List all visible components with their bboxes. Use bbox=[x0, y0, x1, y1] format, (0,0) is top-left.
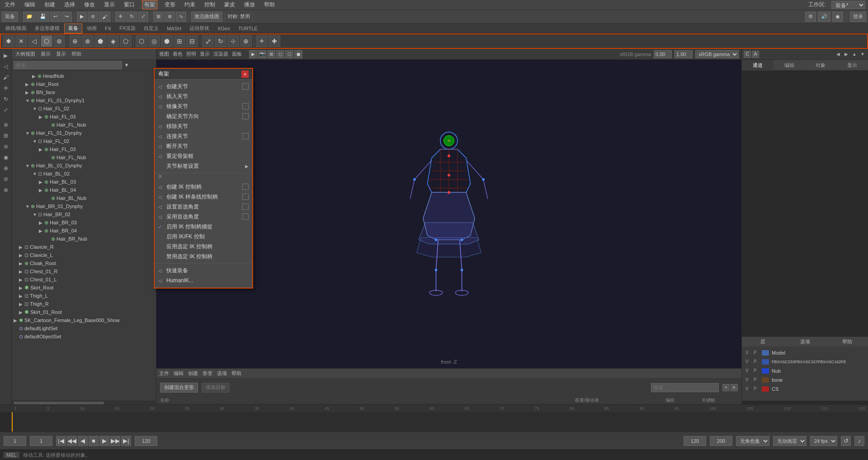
outliner-hscroll[interactable] bbox=[12, 401, 156, 404]
menu-edit[interactable]: 编辑 bbox=[23, 0, 37, 9]
layer-v-bone[interactable]: V bbox=[745, 377, 751, 383]
tool-locator[interactable]: ⊞ bbox=[174, 35, 185, 47]
tree-item-lightset[interactable]: ⊙ defaultLightSet bbox=[12, 324, 156, 332]
current-frame-input[interactable] bbox=[4, 436, 26, 446]
toolbar-save[interactable]: 💾 bbox=[37, 12, 49, 22]
layer-p-nub[interactable]: P bbox=[754, 368, 759, 374]
tree-item-hairfl01[interactable]: ▼ ⊕ Hair_FL_01_Dynphy1 bbox=[12, 96, 156, 104]
tree-item-hairbr04[interactable]: ▶ ⊕ Hair_BR_04 bbox=[12, 227, 156, 235]
menu-select[interactable]: 选择 bbox=[62, 0, 77, 9]
deform-icon1[interactable]: + bbox=[722, 384, 730, 391]
timeline-inner[interactable] bbox=[12, 412, 868, 432]
tree-item-hairfl03a[interactable]: ▶ ⊕ Hair_FL_03 bbox=[12, 113, 156, 121]
layer-v-cs[interactable]: V bbox=[745, 386, 751, 392]
tree-item-skmesh[interactable]: ▶ ✱ SK_Cartoon_Female_Leg_Base000_Show bbox=[12, 316, 156, 324]
rp-tab-layer[interactable]: 层 bbox=[742, 338, 784, 345]
rp-icon-next[interactable]: ▶ bbox=[843, 51, 850, 58]
toolbar-snap-point[interactable]: ⊛ bbox=[165, 12, 175, 22]
vert-lasso[interactable]: ◁ bbox=[1, 62, 11, 71]
vp-icon-wire[interactable]: ⬡ bbox=[285, 50, 293, 58]
play-stop[interactable]: ■ bbox=[89, 436, 99, 446]
vert-grid[interactable]: ⊞ bbox=[1, 131, 11, 141]
vert-scale[interactable]: ⤢ bbox=[1, 105, 11, 115]
tool-joint[interactable]: ⊕ bbox=[69, 35, 81, 47]
vp-panels[interactable]: 面板 bbox=[232, 51, 242, 57]
tool-nurbs[interactable]: ⬡ bbox=[136, 35, 147, 47]
outliner-help[interactable]: 帮助 bbox=[71, 51, 81, 57]
deform-options[interactable]: 选项 bbox=[217, 370, 227, 377]
menu-playback[interactable]: 播放 bbox=[242, 0, 257, 9]
tree-item-chest01l[interactable]: ▶ ⊡ Chest_01_L bbox=[12, 275, 156, 284]
vert-select[interactable]: ▶ bbox=[1, 51, 11, 61]
tool-skin[interactable]: ⬟ bbox=[94, 35, 106, 47]
menu-window[interactable]: 窗口 bbox=[122, 0, 137, 9]
tree-item-skirtroot[interactable]: ▶ ✱ Skirt_Root bbox=[12, 284, 156, 292]
vp-icon-solid[interactable]: ◼ bbox=[294, 50, 302, 58]
play-back[interactable]: ◀ bbox=[78, 436, 88, 446]
deform-icon2[interactable]: ≡ bbox=[731, 384, 738, 391]
vert-special[interactable]: ⊗ bbox=[1, 185, 11, 195]
tree-item-chest01r[interactable]: ▶ ⊡ Chest_01_R bbox=[12, 267, 156, 275]
tab-poly[interactable]: 多边形建模 bbox=[31, 24, 63, 33]
nurbs-curves-button[interactable]: 激活曲线图 bbox=[191, 12, 222, 22]
layer-item-cs[interactable]: V P CS bbox=[744, 384, 866, 394]
tree-item-hairfl01b[interactable]: ▼ ⊕ Hair_FL_01_Dynphy bbox=[12, 129, 156, 137]
layer-p-cs[interactable]: P bbox=[754, 386, 759, 392]
rp-icon-prev[interactable]: ◀ bbox=[835, 51, 842, 58]
tree-item-objectset[interactable]: ⊙ defaultObjectSet bbox=[12, 332, 156, 341]
tab-fx[interactable]: FX bbox=[101, 24, 115, 33]
vert-move[interactable]: ✛ bbox=[1, 83, 11, 93]
menu-skin[interactable]: 蒙皮 bbox=[222, 0, 237, 9]
tab-turtle[interactable]: TURTLE bbox=[235, 24, 261, 33]
vp-lighting[interactable]: 照明 bbox=[186, 51, 196, 57]
toolbar-select[interactable]: ▶ bbox=[77, 12, 87, 22]
menu-create[interactable]: 创建 bbox=[42, 0, 57, 9]
vp-show[interactable]: 显示 bbox=[200, 51, 210, 57]
tool-ik[interactable]: ⊗ bbox=[82, 35, 94, 47]
rp-tab-object[interactable]: 对象 bbox=[805, 60, 837, 71]
tree-item-thighl[interactable]: ▶ ⊡ Thigh_L bbox=[12, 292, 156, 300]
deform-file[interactable]: 文件 bbox=[159, 370, 169, 377]
timeline-track[interactable] bbox=[0, 412, 868, 432]
rp-tab-help[interactable]: 帮助 bbox=[826, 338, 868, 345]
tab-motion[interactable]: 运动形状 bbox=[186, 24, 213, 33]
toolbar-redo[interactable]: ↪ bbox=[61, 12, 72, 22]
rp-tab-display[interactable]: 显示 bbox=[836, 60, 868, 71]
layer-item-bone[interactable]: V P bone bbox=[744, 375, 866, 384]
deform-edit[interactable]: 编辑 bbox=[174, 370, 184, 377]
rp-icon-up[interactable]: ▲ bbox=[851, 51, 858, 58]
vert-color[interactable]: ◉ bbox=[1, 152, 11, 162]
tree-item-hairfl03b[interactable]: ▶ ⊕ Hair_FL_03 bbox=[12, 145, 156, 153]
vp-view[interactable]: 视图 bbox=[159, 51, 169, 57]
tree-item-hairflnubb[interactable]: ⊕ Hair_FL_Nub bbox=[12, 153, 156, 161]
vp-shading[interactable]: 着色 bbox=[173, 51, 183, 57]
tree-item-hairbl02[interactable]: ▼ ⊡ Hair_BL_02 bbox=[12, 170, 156, 178]
vp-renderer[interactable]: 渲染器 bbox=[213, 51, 228, 57]
layer-v-nub[interactable]: V bbox=[745, 368, 751, 374]
range-start-input[interactable] bbox=[30, 436, 52, 446]
toolbar-open[interactable]: 📁 bbox=[23, 12, 36, 22]
tree-item-bnface[interactable]: ▶ ⊕ BN_face bbox=[12, 88, 156, 96]
tab-xgen[interactable]: XGen bbox=[214, 24, 234, 33]
tree-item-hairroot[interactable]: ▶ ⊕ Hair_Root bbox=[12, 80, 156, 88]
tool-move[interactable]: ⤢ bbox=[202, 35, 214, 47]
tree-item-thighr[interactable]: ▶ ⊡ Thigh_R bbox=[12, 300, 156, 308]
vert-paint[interactable]: 🖌 bbox=[1, 72, 11, 82]
menu-display[interactable]: 显示 bbox=[102, 0, 117, 9]
add-target-btn[interactable]: 添加目标 bbox=[202, 383, 230, 393]
vp-zoom-input[interactable] bbox=[675, 50, 693, 58]
layer-item-nub[interactable]: V P Nub bbox=[744, 366, 866, 375]
vp-icon-poly[interactable]: ◻ bbox=[276, 50, 284, 58]
layer-v-model[interactable]: V bbox=[745, 350, 751, 356]
tool-select2[interactable]: ✕ bbox=[15, 35, 27, 47]
tab-mash[interactable]: MASH bbox=[163, 24, 185, 33]
tab-animation[interactable]: 动画 bbox=[83, 24, 100, 33]
tree-item-headnub[interactable]: ▶ ⊕ HeadNub bbox=[12, 72, 156, 80]
rp-tab-channel[interactable]: 通道 bbox=[742, 60, 774, 71]
toolbar-icons-cluster1[interactable]: ⚙ bbox=[805, 12, 816, 22]
hscroll-thumb[interactable] bbox=[14, 402, 104, 404]
vp-icon-select[interactable]: ▶ bbox=[249, 50, 257, 58]
toolbar-icons-cluster3[interactable]: ◉ bbox=[832, 12, 843, 22]
menu-modify[interactable]: 修改 bbox=[82, 0, 97, 9]
tree-item-hairfl02a[interactable]: ▼ ⊡ Hair_FL_02 bbox=[12, 104, 156, 113]
